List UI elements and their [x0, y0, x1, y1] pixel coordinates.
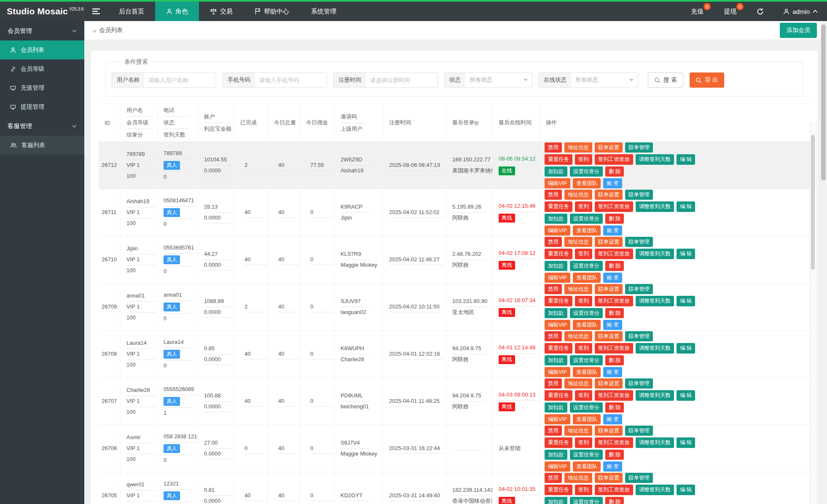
action-button[interactable]: 签到工资发放 — [595, 249, 633, 259]
action-button[interactable]: 账 变 — [603, 461, 622, 472]
action-button[interactable]: 禁用 — [545, 473, 562, 483]
sidebar-item-recharge-management[interactable]: 充值管理 — [0, 78, 84, 97]
action-button[interactable]: 联单设置 — [595, 426, 623, 436]
action-button[interactable]: 地址信息 — [564, 378, 592, 389]
action-button[interactable]: 签到 — [575, 485, 592, 495]
action-button[interactable]: 账 变 — [603, 178, 622, 188]
user-menu[interactable]: admin — [774, 2, 827, 21]
action-button[interactable]: 联单设置 — [595, 331, 623, 341]
action-button[interactable]: 调整签到天数 — [636, 154, 674, 164]
sidebar-group-service-management[interactable]: 客服管理 — [0, 116, 84, 136]
table-scrollbar-thumb[interactable] — [811, 135, 815, 270]
action-button[interactable]: 设置信誉分 — [570, 261, 603, 271]
action-button[interactable]: 编 辑 — [677, 201, 695, 212]
action-button[interactable]: 删 除 — [605, 261, 624, 271]
action-button[interactable]: 签到工资发放 — [595, 485, 633, 495]
sidebar-item-withdraw-management[interactable]: 提现管理 — [0, 97, 84, 116]
action-button[interactable]: 加扣款 — [545, 450, 567, 460]
action-button[interactable]: 编 辑 — [677, 249, 695, 259]
action-button[interactable]: 联单管理 — [625, 331, 653, 341]
action-button[interactable]: 重置任务 — [545, 154, 572, 164]
action-button[interactable]: 地址信息 — [564, 284, 592, 294]
action-button[interactable]: 签到 — [575, 296, 592, 306]
action-button[interactable]: 联单设置 — [595, 237, 623, 247]
action-button[interactable]: 删 除 — [605, 214, 624, 224]
action-button[interactable]: 联单管理 — [625, 284, 653, 294]
action-button[interactable]: 编 辑 — [677, 437, 695, 448]
action-button[interactable]: 联单设置 — [595, 473, 623, 483]
action-button[interactable]: 禁用 — [545, 284, 562, 294]
username-input[interactable] — [144, 73, 216, 87]
action-button[interactable]: 设置信誉分 — [570, 402, 603, 413]
action-button[interactable]: 签到工资发放 — [595, 343, 633, 353]
action-button[interactable]: 签到工资发放 — [595, 437, 633, 448]
nav-item-system[interactable]: 系统管理 — [300, 2, 347, 21]
phone-input[interactable] — [255, 73, 327, 87]
sidebar-item-member-list[interactable]: 会员列表 — [0, 40, 84, 59]
action-button[interactable]: 加扣款 — [545, 497, 567, 504]
action-button[interactable]: 重置任务 — [545, 201, 572, 212]
action-button[interactable]: 签到 — [575, 201, 592, 212]
action-button[interactable]: 设置信誉分 — [570, 214, 603, 224]
action-button[interactable]: 加扣款 — [545, 402, 567, 413]
action-button[interactable]: 查看团队 — [573, 414, 601, 424]
action-button[interactable]: 调整签到天数 — [636, 485, 674, 495]
page-scrollbar[interactable] — [820, 21, 827, 504]
action-button[interactable]: 调整签到天数 — [636, 201, 674, 212]
action-button[interactable]: 删 除 — [605, 497, 624, 504]
online-status-select[interactable]: 所有状态 — [571, 73, 638, 87]
action-button[interactable]: 删 除 — [605, 450, 624, 460]
action-button[interactable]: 重置任务 — [545, 249, 572, 259]
action-button[interactable]: 加扣款 — [545, 166, 567, 177]
action-button[interactable]: 重置任务 — [545, 343, 572, 353]
action-button[interactable]: 编辑VIP — [545, 461, 570, 472]
add-member-button[interactable]: 添加会员 — [780, 23, 817, 38]
action-button[interactable]: 联单设置 — [595, 284, 623, 294]
action-button[interactable]: 加扣款 — [545, 355, 567, 365]
action-button[interactable]: 联单设置 — [595, 142, 623, 153]
action-button[interactable]: 查看团队 — [573, 225, 601, 236]
action-button[interactable]: 编 辑 — [677, 296, 695, 306]
action-button[interactable]: 联单设置 — [595, 190, 623, 200]
action-button[interactable]: 设置信誉分 — [570, 450, 603, 460]
action-button[interactable]: 设置信誉分 — [570, 166, 603, 177]
action-button[interactable]: 签到工资发放 — [595, 390, 633, 400]
sidebar-item-member-level[interactable]: 会员等级 — [0, 59, 84, 78]
action-button[interactable]: 编辑VIP — [545, 225, 570, 236]
action-button[interactable]: 联单管理 — [625, 142, 653, 153]
action-button[interactable]: 联单管理 — [625, 190, 653, 200]
action-button[interactable]: 调整签到天数 — [636, 296, 674, 306]
action-button[interactable]: 签到 — [575, 249, 592, 259]
action-button[interactable]: 查看团队 — [573, 178, 601, 188]
withdraw-button[interactable]: 提现 0 — [714, 2, 746, 21]
search-button[interactable]: 搜 索 — [648, 72, 683, 88]
action-button[interactable]: 签到 — [575, 437, 592, 448]
action-button[interactable]: 删 除 — [605, 308, 624, 318]
action-button[interactable]: 查看团队 — [573, 320, 601, 330]
action-button[interactable]: 地址信息 — [564, 190, 592, 200]
hamburger-menu-button[interactable] — [84, 2, 108, 21]
action-button[interactable]: 禁用 — [545, 378, 562, 389]
action-button[interactable]: 签到 — [575, 343, 592, 353]
action-button[interactable]: 签到 — [575, 154, 592, 164]
sidebar-group-member-management[interactable]: 会员管理 — [0, 21, 84, 40]
export-button[interactable]: 导 出 — [690, 72, 724, 88]
action-button[interactable]: 签到工资发放 — [595, 201, 633, 212]
action-button[interactable]: 账 变 — [603, 225, 622, 236]
action-button[interactable]: 账 变 — [603, 367, 622, 377]
action-button[interactable]: 账 变 — [603, 320, 622, 330]
action-button[interactable]: 调整签到天数 — [636, 249, 674, 259]
action-button[interactable]: 加扣款 — [545, 214, 567, 224]
sidebar-item-service-list[interactable]: 客服列表 — [0, 136, 84, 155]
action-button[interactable]: 加扣款 — [545, 261, 567, 271]
action-button[interactable]: 加扣款 — [545, 308, 567, 318]
action-button[interactable]: 编辑VIP — [545, 414, 570, 424]
action-button[interactable]: 编 辑 — [677, 390, 695, 400]
action-button[interactable]: 重置任务 — [545, 390, 572, 400]
action-button[interactable]: 地址信息 — [564, 473, 592, 483]
action-button[interactable]: 联单管理 — [625, 378, 653, 389]
action-button[interactable]: 查看团队 — [573, 273, 601, 283]
action-button[interactable]: 重置任务 — [545, 485, 572, 495]
action-button[interactable]: 联单管理 — [625, 473, 653, 483]
action-button[interactable]: 禁用 — [545, 142, 562, 153]
